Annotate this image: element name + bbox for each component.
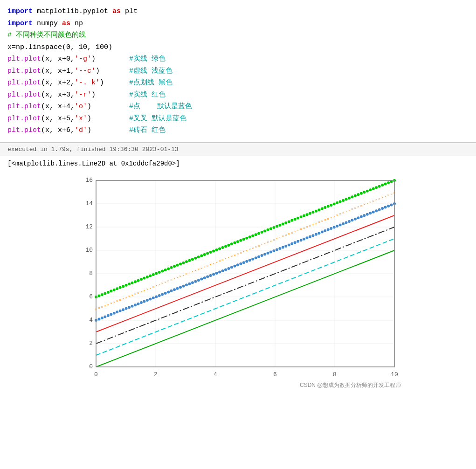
marker-x-orange: × (236, 252, 239, 256)
marker-x-orange: × (131, 293, 133, 297)
dot-blue (375, 209, 378, 212)
dot-blue (215, 271, 218, 274)
dot-blue (305, 236, 308, 239)
svg-text:10: 10 (391, 371, 398, 378)
marker-x-orange: × (116, 299, 118, 303)
dot-blue (182, 284, 185, 287)
code-line: plt.plot(x, x+6,'d') #砖石 红色 (7, 124, 469, 137)
marker-x-orange: × (276, 236, 278, 241)
dot-green (221, 246, 224, 248)
dot-blue (269, 250, 272, 253)
dot-green (311, 211, 314, 214)
marker-x-orange: × (342, 210, 344, 214)
dot-green (188, 259, 191, 262)
marker-x-orange: × (233, 253, 235, 257)
dot-green (206, 252, 209, 255)
svg-text:4: 4 (214, 371, 217, 378)
dot-blue (290, 242, 293, 245)
dot-blue (351, 219, 353, 221)
dot-green (263, 229, 266, 232)
marker-x-orange: × (284, 233, 287, 237)
dot-blue (326, 228, 329, 231)
marker-x-orange: × (336, 213, 338, 217)
dot-blue (381, 207, 384, 210)
dot-green (230, 242, 233, 245)
marker-x-orange: × (255, 245, 257, 249)
marker-x-orange: × (164, 280, 166, 284)
dot-green (170, 266, 172, 269)
dot-blue (191, 281, 193, 284)
marker-x-orange: × (113, 300, 115, 304)
code-line: import numpy as np (7, 18, 469, 30)
dot-green (239, 239, 242, 241)
marker-x-orange: × (149, 286, 151, 290)
svg-text:0: 0 (89, 363, 93, 370)
dot-green (185, 260, 187, 263)
dot-blue (122, 308, 124, 311)
dot-green (167, 267, 170, 270)
dot-blue (112, 311, 115, 314)
dot-blue (272, 249, 275, 252)
dot-green (212, 249, 215, 252)
dot-green (116, 287, 118, 290)
dot-green (200, 254, 203, 257)
dot-green (272, 226, 275, 229)
dot-green (103, 292, 106, 295)
chart-container: 0 2 4 6 8 10 12 14 16 0 2 4 6 8 10 (0, 171, 476, 404)
marker-x-orange: × (330, 215, 332, 220)
marker-x-orange: × (212, 261, 214, 265)
marker-x-orange: × (269, 239, 272, 243)
dot-green (179, 262, 182, 265)
dot-green (251, 234, 254, 237)
svg-text:6: 6 (273, 371, 277, 378)
dot-blue (221, 269, 224, 272)
marker-x-orange: × (209, 262, 212, 267)
marker-x-orange: × (257, 243, 260, 248)
dot-blue (332, 226, 335, 228)
dot-blue (384, 206, 386, 208)
dot-green (351, 195, 353, 198)
marker-x-orange: × (218, 259, 221, 263)
marker-x-orange: × (309, 223, 311, 228)
dot-blue (236, 263, 239, 266)
marker-x-orange: × (170, 277, 172, 282)
dot-blue (158, 294, 160, 297)
dot-blue (363, 214, 366, 217)
marker-x-orange: × (215, 260, 218, 264)
dot-green (245, 236, 248, 239)
dot-blue (145, 299, 148, 302)
dot-green (359, 192, 362, 194)
dot-green (164, 268, 166, 271)
marker-x-orange: × (158, 282, 160, 286)
marker-x-orange: × (134, 292, 136, 296)
marker-x-orange: × (188, 270, 190, 275)
dot-blue (97, 317, 100, 320)
marker-x-orange: × (242, 249, 245, 254)
dot-green (303, 214, 305, 217)
code-block: import matplotlib.pyplot as pltimport nu… (0, 0, 476, 143)
dot-blue (342, 222, 345, 225)
code-line: # 不同种类不同颜色的线 (7, 29, 469, 41)
dot-blue (218, 270, 221, 273)
marker-x-orange: × (390, 192, 393, 196)
dot-blue (251, 257, 254, 260)
dot-blue (100, 316, 103, 319)
dot-blue (387, 205, 390, 207)
dot-green (278, 223, 281, 226)
dot-blue (317, 232, 320, 234)
dot-blue (338, 223, 341, 226)
execution-bar: executed in 1.79s, finished 19:36:30 202… (0, 143, 476, 156)
dot-green (122, 285, 124, 288)
dot-blue (369, 212, 372, 214)
dot-green (128, 283, 131, 285)
dot-green (209, 251, 212, 254)
marker-x-orange: × (357, 205, 359, 209)
dot-blue (266, 252, 269, 255)
marker-x-orange: × (297, 228, 299, 232)
dot-blue (139, 301, 142, 304)
dot-green (378, 185, 380, 187)
dot-green (134, 280, 137, 283)
dot-green (137, 279, 139, 282)
dot-blue (260, 254, 263, 257)
dot-green (266, 228, 269, 231)
